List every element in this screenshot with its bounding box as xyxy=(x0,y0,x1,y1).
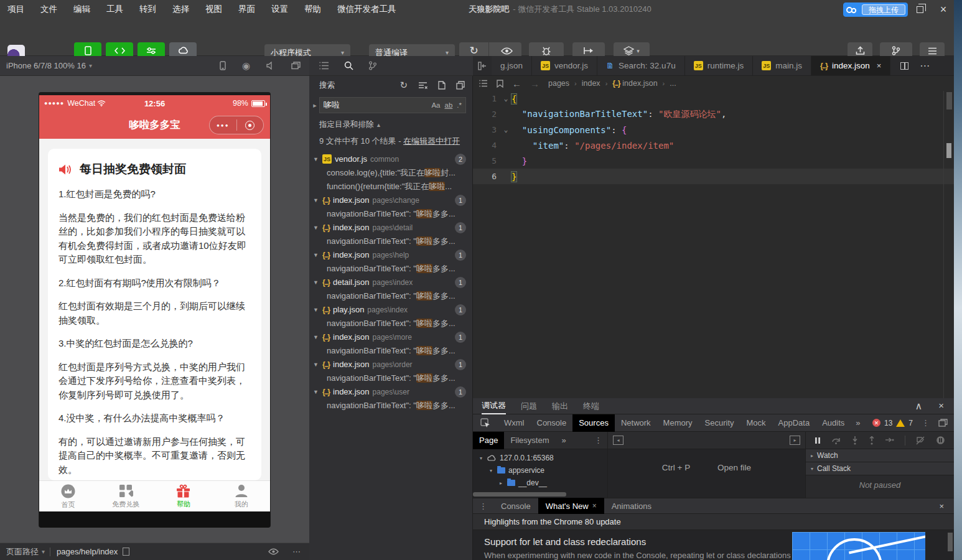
search-result-match[interactable]: function(){return{title:"我正在哆啦... xyxy=(309,180,472,194)
show-debugger-icon[interactable]: ▸ xyxy=(790,436,800,445)
restore-window-button[interactable] xyxy=(913,3,926,16)
devtools-tab-memory[interactable]: Memory xyxy=(657,414,699,432)
collapse-panel-icon[interactable]: ∧ xyxy=(915,400,923,412)
menu-item-选择[interactable]: 选择 xyxy=(172,4,189,15)
refresh-icon[interactable]: ↻ xyxy=(399,80,408,91)
search-result-match[interactable]: navigationBarTitleText": "哆啦多多... xyxy=(309,371,472,385)
close-window-button[interactable]: × xyxy=(937,3,950,16)
search-result-file[interactable]: ▼{..}detail.jsonpages\index1 xyxy=(309,276,472,289)
tree-node-127.0.0.1:65368[interactable]: ▾127.0.0.1:65368 xyxy=(473,452,607,464)
search-result-file[interactable]: ▼{..}index.jsonpages\user1 xyxy=(309,385,472,399)
menu-item-帮助[interactable]: 帮助 xyxy=(304,4,321,15)
search-result-file[interactable]: ▼{..}index.jsonpages\order1 xyxy=(309,358,472,371)
search-result-match[interactable]: navigationBarTitleText": "哆啦多多... xyxy=(309,317,472,330)
search-result-file[interactable]: ▼JSvendor.jscommon2 xyxy=(309,152,472,166)
more-menu-icon[interactable]: ●●● xyxy=(210,123,236,128)
drag-upload-button[interactable]: 拖拽上传 xyxy=(843,2,908,17)
step-into-icon[interactable] xyxy=(852,436,858,445)
whole-word-icon[interactable]: ab xyxy=(445,101,453,109)
float-window-icon[interactable] xyxy=(291,62,301,70)
menu-item-界面[interactable]: 界面 xyxy=(238,4,255,15)
collapse-sidebar-icon[interactable] xyxy=(473,56,492,75)
more-icon[interactable]: ⋯ xyxy=(292,547,301,556)
devtools-tab-security[interactable]: Security xyxy=(699,414,740,432)
more-tabs-icon[interactable]: » xyxy=(851,414,865,432)
search-result-file[interactable]: ▼{..}index.jsonpages\change1 xyxy=(309,194,472,207)
split-editor-icon[interactable] xyxy=(900,62,908,70)
rotate-device-icon[interactable] xyxy=(220,61,226,70)
code-line-4[interactable]: 4 "item": "/pages/index/item" xyxy=(473,138,954,153)
copy-icon[interactable] xyxy=(123,548,129,556)
code-line-5[interactable]: 5 } xyxy=(473,153,954,169)
code-line-3[interactable]: 3⌄ "usingComponents": { xyxy=(473,122,954,138)
menu-item-项目[interactable]: 项目 xyxy=(7,4,24,15)
debugger-tab-问题[interactable]: 问题 xyxy=(521,398,537,414)
search-result-file[interactable]: ▼{..}index.jsonpages\detail1 xyxy=(309,221,472,235)
git-icon[interactable] xyxy=(368,61,377,70)
mute-icon[interactable] xyxy=(266,62,275,70)
hide-navigator-icon[interactable]: ◂ xyxy=(613,436,623,445)
page-path-label[interactable]: 页面路径 xyxy=(6,546,39,558)
phone-tab-帮助[interactable]: 帮助 xyxy=(155,481,213,511)
phone-simulator[interactable]: ●●●●● WeChat 12:56 98% 哆啦多多宝 ●●● xyxy=(39,92,271,528)
eye-icon[interactable] xyxy=(268,548,279,555)
search-icon[interactable] xyxy=(344,61,353,70)
watch-section[interactable]: ▸Watch xyxy=(806,449,954,462)
devtools-tab-network[interactable]: Network xyxy=(615,414,657,432)
open-in-editor-icon[interactable] xyxy=(438,81,446,90)
fold-icon[interactable]: ⌄ xyxy=(500,126,511,134)
editor-tab-runtime.js[interactable]: JSruntime.js xyxy=(685,56,754,75)
more-actions-icon[interactable]: ⋯ xyxy=(920,60,930,72)
callstack-section[interactable]: ▾Call Stack xyxy=(806,462,954,475)
search-result-match[interactable]: navigationBarTitleText": "哆啦多多... xyxy=(309,235,472,248)
breadcrumb-item-index[interactable]: index xyxy=(582,79,600,88)
device-selector[interactable]: iPhone 6/7/8 100% 16 xyxy=(6,61,86,70)
expand-replace-icon[interactable]: ▸ xyxy=(311,101,319,110)
search-filter-toggle[interactable]: 指定目录和排除 ▲ xyxy=(309,116,472,133)
devtools-tab-wxml[interactable]: Wxml xyxy=(498,414,531,432)
debugger-tab-终端[interactable]: 终端 xyxy=(583,398,599,414)
code-line-1[interactable]: 1⌄{ xyxy=(473,91,954,106)
devtools-tab-mock[interactable]: Mock xyxy=(740,414,772,432)
editor-tab-vendor.js[interactable]: JSvendor.js xyxy=(532,56,597,75)
search-result-file[interactable]: ▼{..}play.jsonpages\index1 xyxy=(309,303,472,317)
editor-tab-Search: 32.u7u[interactable]: 🗎Search: 32.u7u xyxy=(597,56,685,75)
inspect-element-icon[interactable] xyxy=(480,418,490,428)
regex-icon[interactable]: .* xyxy=(457,101,462,109)
outline-icon[interactable] xyxy=(479,80,488,87)
devtools-tab-console[interactable]: Console xyxy=(531,414,573,432)
more-source-tabs-icon[interactable]: » xyxy=(556,432,572,449)
tree-node-__dev__[interactable]: ▸__dev__ xyxy=(473,477,607,489)
debugger-tab-输出[interactable]: 输出 xyxy=(552,398,568,414)
warning-badge-icon[interactable] xyxy=(896,419,905,427)
drawer-menu-icon[interactable]: ⋮ xyxy=(479,502,487,511)
close-tab-icon[interactable]: × xyxy=(877,61,882,70)
back-icon[interactable]: ← xyxy=(512,78,521,89)
devtools-tab-sources[interactable]: Sources xyxy=(572,414,615,432)
navigator-menu-icon[interactable]: ⋮ xyxy=(594,436,602,445)
search-result-file[interactable]: ▼{..}index.jsonpages\help1 xyxy=(309,248,472,262)
devtools-menu-icon[interactable]: ⋮ xyxy=(922,418,930,427)
close-drawer-icon[interactable]: × xyxy=(939,502,944,511)
code-line-2[interactable]: 2 "navigationBarTitleText": "欧皇源码论坛", xyxy=(473,106,954,122)
menu-item-编辑[interactable]: 编辑 xyxy=(73,4,90,15)
breadcrumb-item-pages[interactable]: pages xyxy=(548,79,569,88)
breadcrumb-item-...[interactable]: ... xyxy=(670,79,676,88)
devtools-tab-appdata[interactable]: AppData xyxy=(772,414,816,432)
open-file-label[interactable]: Open file xyxy=(717,463,751,472)
collapse-all-icon[interactable] xyxy=(456,81,465,90)
sources-tab-filesystem[interactable]: Filesystem xyxy=(504,432,555,449)
devtools-tab-audits[interactable]: Audits xyxy=(816,414,851,432)
deactivate-breakpoints-icon[interactable] xyxy=(916,436,925,445)
clear-results-icon[interactable] xyxy=(418,82,427,90)
sources-tab-page[interactable]: Page xyxy=(473,432,504,449)
search-result-match[interactable]: navigationBarTitleText": "哆啦多多... xyxy=(309,262,472,276)
breadcrumb-item-index.json[interactable]: {..}index.json xyxy=(612,79,657,88)
search-result-match[interactable]: navigationBarTitleText": "哆啦多多... xyxy=(309,207,472,221)
close-panel-icon[interactable]: × xyxy=(938,400,944,412)
file-list-icon[interactable] xyxy=(319,62,329,70)
search-result-file[interactable]: ▼{..}index.jsonpages\more1 xyxy=(309,330,472,344)
menu-item-文件[interactable]: 文件 xyxy=(40,4,57,15)
phone-tab-首页[interactable]: 首页 xyxy=(39,481,97,511)
pause-icon[interactable] xyxy=(815,437,821,444)
